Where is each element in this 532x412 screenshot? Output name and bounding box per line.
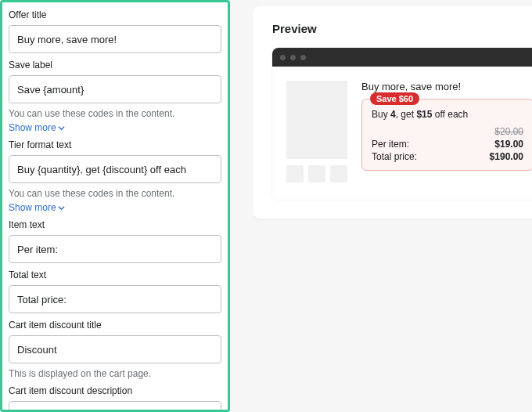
product-thumb [286,165,304,183]
product-images [286,81,347,183]
show-more-text-2: Show more [9,202,56,213]
item-text-value: Per item: [17,244,58,255]
save-label-label: Save label [9,60,221,70]
offer-title-value: Buy more, save more! [17,34,117,45]
product-thumb [330,165,347,183]
tier-line: Buy 4, get $15 off each [372,109,523,120]
total-text-input[interactable]: Total price: [9,285,221,313]
total-value: $190.00 [490,151,523,162]
cart-title-value: Discount [17,344,57,356]
show-more-text: Show more [9,122,56,133]
window-dot-icon [290,55,296,60]
chevron-down-icon [58,125,65,132]
offer-title-label: Offer title [9,9,221,20]
tier-format-help: You can use these codes in the content. [9,188,174,199]
item-text-input[interactable]: Per item: [9,235,221,263]
tier-suffix: off each [432,109,468,120]
per-item-label: Per item: [372,139,409,150]
chevron-down-icon [58,204,65,211]
per-item-value: $19.00 [494,139,523,150]
total-text-label: Total text [9,269,221,280]
tier-disc: $15 [416,109,432,120]
tier-format-label: Tier format text [9,139,221,150]
tier-format-input[interactable]: Buy {quantity}, get {discount} off each [9,155,221,183]
item-text-label: Item text [9,219,221,230]
product-main-image [286,81,347,159]
browser-titlebar [272,48,532,67]
cart-desc-value: A discount of {amount} has been applied. [17,410,202,413]
save-label-input[interactable]: Save {amount} [9,75,221,103]
save-label-value: Save {amount} [17,84,84,96]
cart-title-help: This is displayed on the cart page. [9,368,151,379]
translations-panel: Offer title Buy more, save more! Save la… [0,0,230,412]
tier-format-show-more[interactable]: Show more [9,202,65,213]
cart-title-label: Cart item discount title [9,320,221,331]
cart-desc-input[interactable]: A discount of {amount} has been applied. [9,401,221,412]
preview-panel: Preview [253,0,532,412]
preview-product-title: Buy more, save more! [361,81,532,92]
offer-box: Save $60 Buy 4, get $15 off each $20.00 … [361,99,532,171]
cart-desc-label: Cart item discount description [9,385,221,396]
offer-title-input[interactable]: Buy more, save more! [9,25,221,53]
tier-prefix: Buy [372,109,390,120]
save-label-help: You can use these codes in the content. [9,108,174,119]
tier-mid: , get [396,109,417,120]
tier-qty: 4 [390,109,396,120]
product-thumb [308,165,325,183]
total-text-value: Total price: [17,294,66,305]
cart-title-input[interactable]: Discount [9,335,221,363]
tier-format-value: Buy {quantity}, get {discount} off each [17,164,186,175]
preview-browser: Buy more, save more! Save $60 Buy 4, get… [272,48,532,200]
save-label-show-more[interactable]: Show more [9,122,65,133]
was-price: $20.00 [494,126,523,137]
save-badge: Save $60 [370,92,419,105]
total-label: Total price: [372,151,417,162]
window-dot-icon [300,55,306,60]
window-dot-icon [280,55,286,60]
preview-heading: Preview [253,22,532,48]
